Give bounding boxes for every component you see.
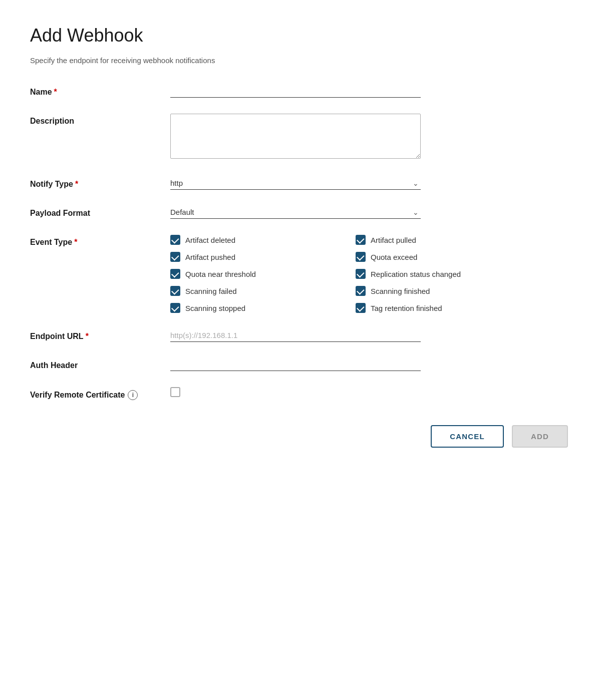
event-tag-retention-finished: Tag retention finished <box>356 303 521 313</box>
name-field-wrap <box>170 85 421 98</box>
artifact-pulled-label: Artifact pulled <box>371 236 416 244</box>
name-label: Name* <box>30 85 170 97</box>
event-type-label: Event Type* <box>30 235 170 247</box>
event-type-required: * <box>74 238 77 246</box>
description-input[interactable] <box>170 114 421 159</box>
verify-cert-info-icon: i <box>128 390 138 400</box>
notify-type-field-wrap: http slack ⌄ <box>170 177 421 190</box>
quota-near-threshold-label: Quota near threshold <box>185 270 256 278</box>
payload-format-label: Payload Format <box>30 206 170 218</box>
artifact-deleted-checkbox[interactable] <box>170 235 180 245</box>
notify-type-select-wrap: http slack ⌄ <box>170 177 421 190</box>
name-input[interactable] <box>170 85 421 98</box>
quota-exceed-label: Quota exceed <box>371 253 417 261</box>
event-type-row: Event Type* Artifact deleted Artifact pu… <box>30 235 568 313</box>
auth-header-field-wrap <box>170 358 421 371</box>
verify-cert-field-wrap <box>170 387 421 397</box>
event-replication-status-changed: Replication status changed <box>356 269 521 279</box>
payload-format-field-wrap: Default CloudEvents ⌄ <box>170 206 421 219</box>
endpoint-url-field-wrap <box>170 329 421 342</box>
footer-buttons: CANCEL ADD <box>30 425 568 448</box>
tag-retention-finished-checkbox[interactable] <box>356 303 366 313</box>
artifact-deleted-label: Artifact deleted <box>185 236 235 244</box>
quota-near-threshold-checkbox[interactable] <box>170 269 180 279</box>
verify-cert-row: Verify Remote Certificate i <box>30 387 568 400</box>
name-row: Name* <box>30 85 568 98</box>
cancel-button[interactable]: CANCEL <box>431 425 504 448</box>
auth-header-row: Auth Header <box>30 358 568 371</box>
event-artifact-pulled: Artifact pulled <box>356 235 521 245</box>
event-artifact-pushed: Artifact pushed <box>170 252 336 262</box>
add-button[interactable]: ADD <box>512 425 568 448</box>
payload-format-select-wrap: Default CloudEvents ⌄ <box>170 206 421 219</box>
payload-format-row: Payload Format Default CloudEvents ⌄ <box>30 206 568 219</box>
payload-format-select[interactable]: Default CloudEvents <box>170 206 421 219</box>
event-scanning-finished: Scanning finished <box>356 286 521 296</box>
description-label: Description <box>30 114 170 126</box>
event-scanning-stopped: Scanning stopped <box>170 303 336 313</box>
endpoint-url-input[interactable] <box>170 329 421 342</box>
auth-header-label: Auth Header <box>30 358 170 370</box>
auth-header-input[interactable] <box>170 358 421 371</box>
scanning-stopped-checkbox[interactable] <box>170 303 180 313</box>
scanning-stopped-label: Scanning stopped <box>185 304 245 312</box>
replication-status-changed-checkbox[interactable] <box>356 269 366 279</box>
name-required: * <box>54 88 57 96</box>
notify-type-required: * <box>75 180 78 188</box>
tag-retention-finished-label: Tag retention finished <box>371 304 442 312</box>
notify-type-label: Notify Type* <box>30 177 170 189</box>
verify-cert-label-wrap: Verify Remote Certificate i <box>30 387 170 400</box>
event-quota-near-threshold: Quota near threshold <box>170 269 336 279</box>
replication-status-changed-label: Replication status changed <box>371 270 461 278</box>
quota-exceed-checkbox[interactable] <box>356 252 366 262</box>
description-field-wrap <box>170 114 421 161</box>
event-type-grid: Artifact deleted Artifact pulled Artifac… <box>170 235 521 313</box>
event-artifact-deleted: Artifact deleted <box>170 235 336 245</box>
scanning-finished-label: Scanning finished <box>371 287 430 295</box>
artifact-pushed-label: Artifact pushed <box>185 253 235 261</box>
description-row: Description <box>30 114 568 161</box>
endpoint-url-row: Endpoint URL* <box>30 329 568 342</box>
verify-cert-checkbox[interactable] <box>170 387 180 397</box>
event-scanning-failed: Scanning failed <box>170 286 336 296</box>
scanning-failed-checkbox[interactable] <box>170 286 180 296</box>
event-type-field-wrap: Artifact deleted Artifact pulled Artifac… <box>170 235 521 313</box>
artifact-pushed-checkbox[interactable] <box>170 252 180 262</box>
event-quota-exceed: Quota exceed <box>356 252 521 262</box>
page-subtitle: Specify the endpoint for receiving webho… <box>30 56 568 65</box>
artifact-pulled-checkbox[interactable] <box>356 235 366 245</box>
scanning-failed-label: Scanning failed <box>185 287 237 295</box>
notify-type-row: Notify Type* http slack ⌄ <box>30 177 568 190</box>
scanning-finished-checkbox[interactable] <box>356 286 366 296</box>
endpoint-url-required: * <box>86 332 89 340</box>
page-title: Add Webhook <box>30 25 568 46</box>
notify-type-select[interactable]: http slack <box>170 177 421 190</box>
endpoint-url-label: Endpoint URL* <box>30 329 170 341</box>
